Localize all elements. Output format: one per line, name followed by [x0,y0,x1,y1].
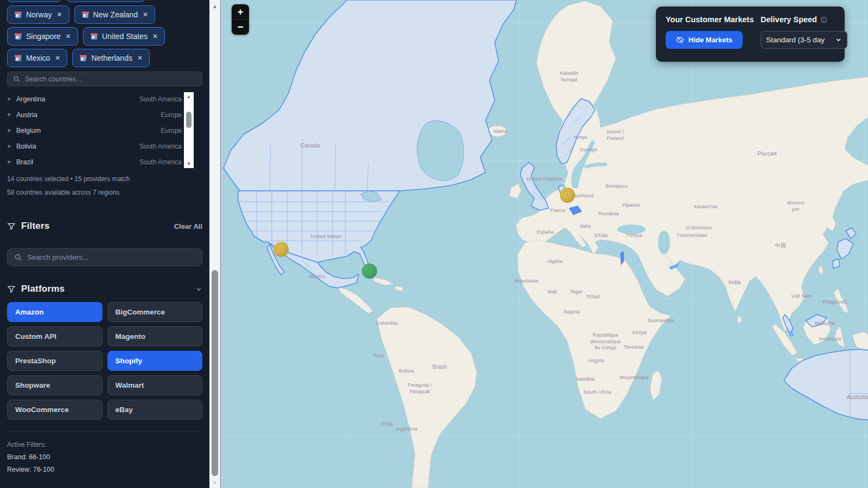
chip-label: Mexico [26,54,50,62]
add-country-icon[interactable]: + [7,143,14,150]
Bolivia[interactable]: + Bolivia South America [7,138,182,154]
country-region: South America [139,158,182,166]
chip-close-icon[interactable]: ✕ [152,33,158,40]
add-country-icon[interactable]: + [7,111,14,119]
platform-button[interactable]: Amazon [7,302,103,322]
japan-honshu [837,239,853,259]
chip-label: Netherlands [91,54,132,62]
country-name: Brazil [16,158,33,166]
platform-button[interactable]: BigCommerce [107,302,203,322]
Belgium[interactable]: + Belgium Europe [7,123,182,138]
scroll-down-icon[interactable]: ▼ [184,161,194,166]
country-chip[interactable]: Singapore ✕ [7,27,78,46]
platform-button[interactable]: Magento [107,326,203,346]
Brazil[interactable]: + Brazil South America [7,154,182,170]
availability-summary: 58 countries available across 7 regions [7,189,202,196]
cuba [374,278,393,285]
platform-button[interactable]: Custom API [7,326,103,346]
platform-button[interactable]: Walmart [107,375,203,395]
delivery-speed-label: Delivery Speed [761,15,817,24]
country-chip[interactable]: Netherlands ✕ [72,49,150,67]
store-icon [14,33,22,40]
singapore-selected [790,333,793,336]
scroll-up-icon[interactable]: ▲ [184,94,194,99]
scroll-down-icon[interactable]: ▼ [209,480,220,486]
scrollbar-thumb[interactable] [212,270,218,476]
chip-label: Norway [26,10,52,19]
store-icon [79,54,87,62]
chip-label: Singapore [26,32,61,41]
country-chip[interactable]: New Zealand ✕ [74,5,156,24]
provider-search [7,248,202,266]
selection-summary: 14 countries selected • 15 providers mat… [7,175,202,183]
scrollbar-thumb[interactable] [186,112,192,128]
country-chip[interactable]: United States ✕ [83,27,165,46]
marker-florida[interactable] [362,264,377,279]
south-america [377,307,477,488]
provider-search-input[interactable] [27,253,195,261]
chip-close-icon[interactable]: ✕ [56,11,62,18]
new-guinea [852,332,868,351]
canada-selected [224,0,516,191]
country-list-scrollbar[interactable]: ▲ ▼ [184,92,194,168]
filter-icon [7,285,16,293]
world-map [221,0,868,488]
store-icon [81,11,90,18]
country-search [7,72,202,86]
marker-europe[interactable] [560,188,575,203]
hide-markets-button[interactable]: Hide Markets [666,31,743,49]
sri-lanka [737,316,742,323]
Argentina[interactable]: + Argentina South America [7,91,182,107]
store-icon [90,33,98,40]
platform-button[interactable]: Shopify [107,351,203,371]
chip-partial[interactable] [66,0,145,2]
platform-button[interactable]: eBay [107,400,203,420]
platform-button[interactable]: WooCommerce [7,400,103,420]
japan-hokkaido [846,228,856,239]
chip-partial[interactable] [7,0,61,2]
active-filters-list: Brand: 66-100Review: 76-100 [7,453,202,473]
marker-west-coast[interactable] [273,242,289,257]
clear-all-button[interactable]: Clear All [174,222,202,230]
platforms-title: Platforms [21,284,65,294]
map-canvas[interactable]: Kalaallit NunaatÍslandCanadaUnited State… [220,0,868,488]
central-america [337,287,373,313]
chip-close-icon[interactable]: ✕ [55,54,60,62]
hispaniola [395,286,403,291]
delivery-speed-select[interactable]: Standard (3-5 day [761,31,847,49]
japan-kyushu [833,259,840,268]
partial-chips [7,0,202,3]
country-chip[interactable]: Mexico ✕ [7,49,67,67]
platforms-header[interactable]: Platforms [7,284,202,294]
divider [7,432,202,432]
ireland [509,184,521,198]
chip-close-icon[interactable]: ✕ [137,54,143,62]
selected-country-chips: Norway ✕ New Zealand ✕ [7,5,202,67]
delivery-speed-title: Delivery Speed [761,15,847,24]
add-country-icon[interactable]: + [7,158,14,166]
zoom-out-button[interactable]: − [232,20,249,35]
country-name: Bolivia [16,143,36,150]
Austria[interactable]: + Austria Europe [7,107,182,123]
chip-close-icon[interactable]: ✕ [66,33,71,40]
chevron-down-icon [835,36,842,43]
add-country-icon[interactable]: + [7,127,14,134]
zoom-in-button[interactable]: + [232,4,249,20]
platform-button[interactable]: PrestaShop [7,351,103,371]
country-chip[interactable]: Norway ✕ [7,5,69,24]
country-region: Europe [161,127,182,134]
chip-close-icon[interactable]: ✕ [143,11,148,18]
country-name: Belgium [16,127,41,134]
chevron-down-icon[interactable] [195,286,202,293]
add-country-icon[interactable]: + [7,95,14,103]
search-icon [14,253,22,261]
sidebar-scrollbar[interactable]: ▲ ▼ [209,0,220,488]
scroll-up-icon[interactable]: ▲ [209,3,220,9]
markets-panel-title: Your Customer Markets [666,15,751,24]
filters-header: Filters Clear All [7,221,202,232]
delivery-speed-value: Standard (3-5 day [766,36,835,44]
platform-button[interactable]: Shopware [7,375,103,395]
filters-title: Filters [21,221,49,232]
country-search-input[interactable] [25,75,196,83]
caspian-sea [658,230,670,254]
